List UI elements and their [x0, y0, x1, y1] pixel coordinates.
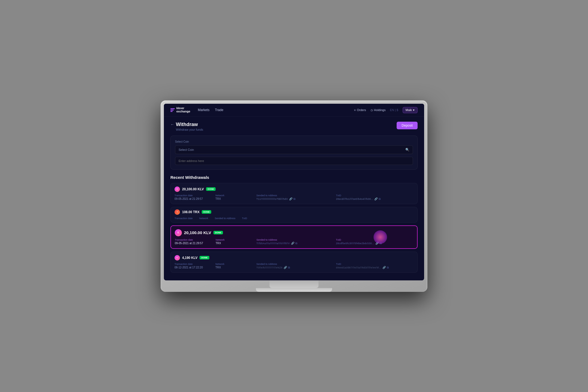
item-3-header: K 20,100.00 KLV DONE — [175, 229, 413, 236]
select-coin-dropdown[interactable]: Select Coin 🔍 — [175, 145, 413, 154]
copy-icon-4[interactable]: ⧉ — [288, 266, 290, 269]
txid-copy-icon-1[interactable]: ⧉ — [379, 197, 381, 201]
back-button[interactable]: ← — [170, 122, 174, 127]
address-input-wrapper — [175, 157, 413, 165]
select-coin-value: Select Coin — [179, 148, 194, 151]
nav-right: ≡ Orders ◷ Holdings EN | $ Maik ▾ — [354, 107, 418, 113]
item-1-details: Transaction date 09-05-2021 at 21:29:57 … — [174, 194, 414, 201]
item-2-status: DONE — [202, 210, 211, 214]
item-4-header: K 4,190 KLV DONE — [174, 255, 414, 261]
recent-withdrawals-section: Recent Withdrawals K 20,100.00 KLV DONE … — [170, 175, 418, 273]
copy-address-icon-3[interactable]: 🔗 — [291, 242, 294, 245]
item-1-header: K 20,100.00 KLV DONE — [174, 186, 414, 192]
logo-bar-3 — [170, 111, 173, 112]
item-3-date-col: Transaction date 09-05-2021 at 21:29:57 — [175, 238, 213, 245]
trx-icon-2: T — [174, 209, 180, 215]
item-2-header: T 108.00 TRX DONE — [174, 209, 414, 215]
monitor-base — [256, 288, 332, 292]
holdings-link[interactable]: ◷ Holdings — [370, 108, 386, 112]
item-4-status: DONE — [200, 256, 209, 259]
copy-icon-1[interactable]: ⧉ — [293, 197, 295, 201]
klv-icon-4: K — [174, 255, 180, 261]
holdings-icon: ◷ — [370, 109, 373, 112]
copy-address-icon-4[interactable]: 🔗 — [284, 266, 287, 269]
logo-bar-2 — [170, 110, 174, 111]
logo-text: klever exchange — [176, 107, 190, 113]
item-3-amount: 20,100.00 KLV — [184, 230, 211, 235]
txid-copy-icon-4[interactable]: ⧉ — [387, 266, 389, 269]
item-1-date-col: Transaction date 09-05-2021 at 21:29:57 — [174, 194, 213, 201]
nav-trade[interactable]: Trade — [215, 108, 223, 112]
item-1-address-col: Sended to Address T117///////////////o7f… — [256, 194, 334, 201]
back-row: ← Withdraw — [170, 122, 203, 127]
item-3-address-col: Sended to Address T//b5Au///u////////a//… — [256, 238, 334, 245]
item-4-network-col: Network TRX — [215, 263, 254, 269]
orders-link[interactable]: ≡ Orders — [354, 108, 366, 112]
copy-icon-3[interactable]: ⧉ — [295, 242, 297, 245]
recent-withdrawals-title: Recent Withdrawals — [170, 175, 418, 180]
logo-bar-1 — [170, 108, 175, 109]
nav-markets[interactable]: Markets — [198, 108, 210, 112]
item-2-amount: 108.00 TRX — [182, 210, 200, 214]
orders-icon: ≡ — [354, 109, 356, 112]
page-header: ← Withdraw Withdraw your funds Deposit — [170, 122, 418, 131]
item-3-network-col: Network TRX — [216, 238, 254, 245]
logo-icon — [170, 108, 175, 112]
item-4-txid-col: TxID d4eed1a/d8/7//e///a///6d3///l/e/ee/… — [336, 263, 414, 269]
klv-icon-3: K — [175, 229, 182, 236]
item-4-date-col: Transaction date 08-12-2021 at 17:22:20 — [174, 263, 213, 269]
withdrawal-item-4: K 4,190 KLV DONE Transaction date 08-12-… — [170, 252, 418, 273]
item-4-address-col: Sended to Address T0l/e/k/////////7///eN… — [256, 263, 334, 269]
txid-copy-icon-3[interactable]: ⧉ — [380, 242, 382, 245]
txid-link-icon-3[interactable]: 🔗 — [375, 242, 379, 245]
title-area: ← Withdraw Withdraw your funds — [170, 122, 203, 131]
item-2-details: Transaction date Network Sended to Addre… — [174, 217, 414, 220]
address-input[interactable] — [179, 159, 409, 163]
user-menu-button[interactable]: Maik ▾ — [403, 107, 418, 113]
select-coin-label: Select Coin — [175, 140, 413, 143]
item-1-network-col: Network TRX — [215, 194, 254, 201]
withdrawal-item-2: T 108.00 TRX DONE Transaction date Netwo… — [170, 207, 418, 223]
txid-link-icon-1[interactable]: 🔗 — [374, 197, 378, 200]
screen: klever exchange Markets Trade ≡ Orders ◷… — [164, 104, 424, 280]
deposit-button[interactable]: Deposit — [397, 122, 418, 129]
item-3-txid-col: TxID 28cdf5e5fc3l////5f4be2bdc530... 🔗 ⧉ — [336, 238, 413, 245]
item-1-status: DONE — [206, 187, 216, 191]
item-4-amount: 4,190 KLV — [182, 256, 197, 260]
search-icon: 🔍 — [405, 148, 409, 152]
item-4-details: Transaction date 08-12-2021 at 17:22:20 … — [174, 263, 414, 269]
navbar: klever exchange Markets Trade ≡ Orders ◷… — [164, 104, 424, 117]
withdrawal-item-3: K 20,100.00 KLV DONE Transaction date 09… — [170, 225, 418, 249]
item-3-status: DONE — [213, 231, 223, 234]
item-3-details: Transaction date 09-05-2021 at 21:29:57 … — [175, 238, 413, 245]
monitor: klever exchange Markets Trade ≡ Orders ◷… — [161, 100, 427, 292]
nav-links: Markets Trade — [198, 108, 354, 112]
item-1-txid-col: TxID 28ecd///fo1////se0/b4s4///b30... 🔗 … — [336, 194, 414, 201]
withdrawal-item-1: K 20,100.00 KLV DONE Transaction date 09… — [170, 183, 418, 204]
monitor-stand — [270, 280, 318, 288]
main-content: ← Withdraw Withdraw your funds Deposit S… — [164, 117, 424, 280]
page-title: Withdraw — [176, 122, 198, 127]
nav-divider: EN | $ — [390, 108, 398, 112]
withdraw-form: Select Coin Select Coin 🔍 — [170, 136, 418, 170]
page-subtitle: Withdraw your funds — [176, 128, 203, 131]
logo: klever exchange — [170, 107, 190, 113]
klv-icon-1: K — [174, 186, 180, 192]
txid-link-icon-4[interactable]: 🔗 — [382, 266, 386, 269]
item-1-amount: 20,100.00 KLV — [182, 187, 204, 191]
copy-address-icon-1[interactable]: 🔗 — [289, 197, 292, 200]
